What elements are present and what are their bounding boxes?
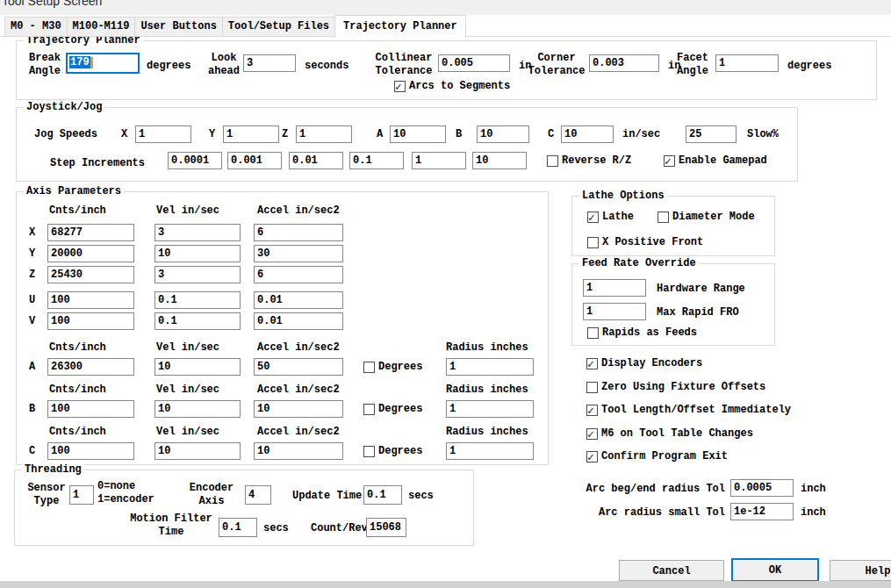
u-accel-input[interactable] (254, 291, 343, 309)
x-accel-input[interactable] (254, 224, 343, 241)
c-radius-input[interactable] (446, 442, 534, 460)
arcs-to-segments-checkbox[interactable]: Arcs to Segments (394, 80, 510, 92)
ok-button[interactable]: OK (731, 558, 819, 582)
max-rapid-fro-input[interactable] (583, 303, 646, 320)
lathe-checkbox[interactable]: Lathe (587, 211, 634, 223)
break-angle-input[interactable]: 179 (66, 53, 140, 74)
checkbox-icon (664, 155, 675, 167)
vel-header: Vel in/sec (156, 426, 219, 438)
tab-m100-m119[interactable]: M100-M119 (67, 17, 136, 37)
a-degrees-checkbox[interactable]: Degrees (363, 361, 422, 373)
tool-length-offset-immediately-checkbox[interactable]: Tool Length/Offset Immediately (586, 404, 791, 416)
collinear-tolerance-input[interactable] (438, 54, 510, 72)
corner-tolerance-input[interactable] (589, 54, 659, 72)
update-time-input[interactable] (363, 485, 402, 505)
x-cnts-input[interactable] (47, 224, 134, 241)
encoder-axis-input[interactable] (245, 485, 271, 505)
sensor-type-input[interactable] (69, 485, 94, 505)
step-increment-input-1[interactable] (227, 152, 282, 169)
diameter-mode-label: Diameter Mode (672, 211, 755, 223)
look-ahead-input[interactable] (243, 54, 296, 72)
motion-filter-time-unit: secs (263, 522, 289, 534)
x-positive-front-checkbox[interactable]: X Positive Front (587, 236, 703, 248)
hardware-range-input[interactable] (583, 279, 646, 297)
b-vel-input[interactable] (154, 400, 241, 418)
step-increment-input-5[interactable] (472, 152, 527, 169)
bottom-window-edge (0, 581, 891, 588)
diameter-mode-checkbox[interactable]: Diameter Mode (657, 211, 755, 223)
c-accel-input[interactable] (254, 442, 343, 460)
cancel-button[interactable]: Cancel (619, 560, 724, 581)
x-vel-input[interactable] (154, 224, 241, 241)
jog-speed-a-input[interactable] (390, 125, 446, 143)
tab-m0-m30[interactable]: M0 - M30 (4, 17, 68, 37)
u-vel-input[interactable] (154, 291, 241, 309)
facet-angle-label: Facet Angle (673, 52, 712, 78)
z-accel-input[interactable] (254, 266, 343, 283)
axis-y-label: Y (29, 247, 35, 260)
radius-header: Radius inches (446, 426, 528, 438)
jog-speed-y-input[interactable] (223, 125, 279, 143)
v-vel-input[interactable] (154, 312, 241, 330)
rapids-as-feeds-checkbox[interactable]: Rapids as Feeds (587, 326, 697, 339)
jog-speed-b-input[interactable] (477, 125, 529, 143)
z-cnts-input[interactable] (47, 266, 134, 283)
jog-axis-c-label: C (548, 128, 554, 140)
sensor-type-label: Sensor Type (25, 482, 68, 508)
jog-speed-x-input[interactable] (135, 125, 191, 143)
axis-u-label: U (29, 294, 35, 306)
step-increment-input-3[interactable] (349, 152, 404, 169)
count-rev-input[interactable] (366, 518, 406, 537)
cnts-header: Cnts/inch (49, 341, 106, 354)
arc-radius-small-tol-input[interactable] (730, 503, 794, 520)
y-accel-input[interactable] (254, 245, 343, 262)
v-accel-input[interactable] (254, 312, 343, 330)
motion-filter-time-label: Motion Filter Time (126, 513, 217, 539)
tab-tool-setup-files[interactable]: Tool/Setup Files (222, 17, 335, 37)
b-accel-input[interactable] (254, 400, 343, 418)
slow-percent-label: Slow% (747, 128, 779, 140)
c-degrees-checkbox[interactable]: Degrees (363, 445, 422, 457)
c-cnts-input[interactable] (47, 442, 134, 460)
confirm-program-exit-checkbox[interactable]: Confirm Program Exit (586, 450, 728, 463)
arc-radius-small-tol-label: Arc radius small Tol (567, 506, 725, 519)
step-increment-input-4[interactable] (412, 152, 466, 169)
a-radius-input[interactable] (446, 358, 534, 376)
facet-angle-input[interactable] (715, 54, 779, 72)
reverse-rz-checkbox[interactable]: Reverse R/Z (547, 154, 631, 167)
step-increment-input-2[interactable] (289, 152, 343, 169)
enable-gamepad-checkbox[interactable]: Enable Gamepad (664, 154, 767, 167)
b-cnts-input[interactable] (47, 400, 134, 418)
display-encoders-checkbox[interactable]: Display Encoders (586, 357, 702, 369)
zero-using-fixture-offsets-checkbox[interactable]: Zero Using Fixture Offsets (586, 381, 765, 393)
b-radius-input[interactable] (446, 400, 534, 418)
checkbox-icon (587, 327, 599, 339)
motion-filter-time-input[interactable] (219, 518, 257, 537)
jog-speed-c-input[interactable] (561, 125, 614, 143)
step-increment-input-0[interactable] (168, 152, 222, 169)
z-vel-input[interactable] (154, 266, 241, 283)
m6-on-tool-table-changes-checkbox[interactable]: M6 on Tool Table Changes (586, 427, 753, 440)
slow-percent-input[interactable] (686, 125, 737, 143)
y-cnts-input[interactable] (47, 245, 134, 262)
help-button[interactable]: Help (830, 560, 891, 581)
a-accel-input[interactable] (254, 358, 343, 376)
arc-beg-end-radius-tol-input[interactable] (730, 479, 794, 497)
b-degrees-checkbox[interactable]: Degrees (363, 403, 422, 415)
v-cnts-input[interactable] (47, 312, 134, 330)
axis-parameters-group: Axis Parameters Cnts/inch Vel in/sec Acc… (16, 191, 549, 465)
a-cnts-input[interactable] (47, 358, 134, 376)
tab-user-buttons[interactable]: User Buttons (134, 17, 222, 37)
checkbox-icon (394, 81, 406, 92)
update-time-unit: secs (408, 490, 434, 502)
u-cnts-input[interactable] (47, 291, 134, 309)
tab-trajectory-planner[interactable]: Trajectory Planner (334, 15, 466, 38)
degrees-label: Degrees (378, 445, 422, 457)
axis-z-label: Z (29, 269, 35, 281)
a-vel-input[interactable] (154, 358, 241, 376)
jog-speed-z-input[interactable] (296, 125, 352, 143)
y-vel-input[interactable] (154, 245, 241, 262)
c-vel-input[interactable] (154, 442, 241, 460)
checkbox-icon (586, 382, 598, 393)
facet-angle-unit: degrees (787, 60, 831, 72)
